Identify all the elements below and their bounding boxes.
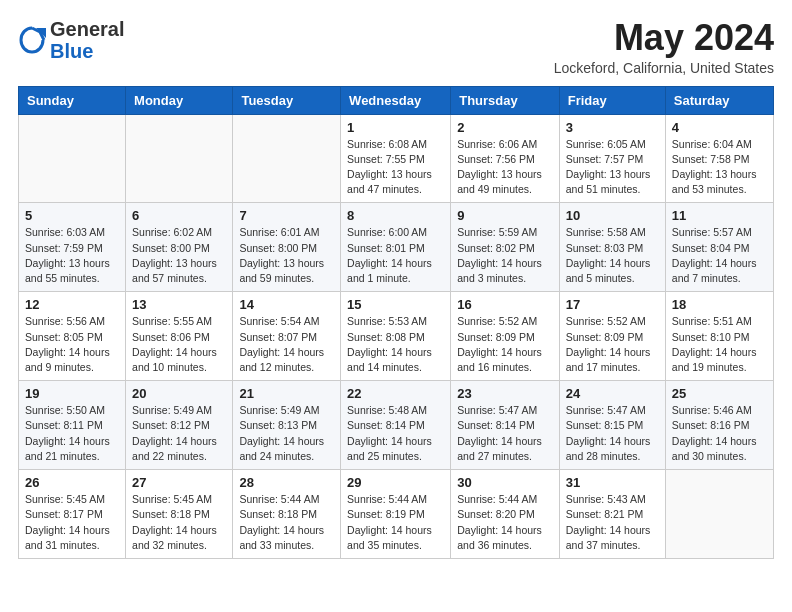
day-info: Sunrise: 6:05 AMSunset: 7:57 PMDaylight:… xyxy=(566,137,659,198)
day-number: 1 xyxy=(347,120,444,135)
calendar-day-cell xyxy=(665,470,773,559)
calendar-day-cell: 21Sunrise: 5:49 AMSunset: 8:13 PMDayligh… xyxy=(233,381,341,470)
day-info: Sunrise: 5:46 AMSunset: 8:16 PMDaylight:… xyxy=(672,403,767,464)
calendar-day-cell: 7Sunrise: 6:01 AMSunset: 8:00 PMDaylight… xyxy=(233,203,341,292)
calendar-day-cell: 5Sunrise: 6:03 AMSunset: 7:59 PMDaylight… xyxy=(19,203,126,292)
day-info: Sunrise: 6:08 AMSunset: 7:55 PMDaylight:… xyxy=(347,137,444,198)
day-number: 24 xyxy=(566,386,659,401)
weekday-header: Thursday xyxy=(451,86,559,114)
calendar-day-cell: 11Sunrise: 5:57 AMSunset: 8:04 PMDayligh… xyxy=(665,203,773,292)
weekday-header: Saturday xyxy=(665,86,773,114)
day-info: Sunrise: 5:52 AMSunset: 8:09 PMDaylight:… xyxy=(566,314,659,375)
day-number: 5 xyxy=(25,208,119,223)
day-info: Sunrise: 5:44 AMSunset: 8:19 PMDaylight:… xyxy=(347,492,444,553)
calendar-day-cell xyxy=(126,114,233,203)
day-number: 8 xyxy=(347,208,444,223)
calendar-day-cell: 13Sunrise: 5:55 AMSunset: 8:06 PMDayligh… xyxy=(126,292,233,381)
day-number: 10 xyxy=(566,208,659,223)
day-number: 17 xyxy=(566,297,659,312)
day-number: 6 xyxy=(132,208,226,223)
day-number: 21 xyxy=(239,386,334,401)
day-number: 26 xyxy=(25,475,119,490)
calendar-day-cell: 24Sunrise: 5:47 AMSunset: 8:15 PMDayligh… xyxy=(559,381,665,470)
day-number: 9 xyxy=(457,208,552,223)
calendar-week-row: 12Sunrise: 5:56 AMSunset: 8:05 PMDayligh… xyxy=(19,292,774,381)
calendar-day-cell: 6Sunrise: 6:02 AMSunset: 8:00 PMDaylight… xyxy=(126,203,233,292)
day-info: Sunrise: 5:44 AMSunset: 8:18 PMDaylight:… xyxy=(239,492,334,553)
page: General Blue May 2024 Lockeford, Califor… xyxy=(0,0,792,577)
calendar-week-row: 1Sunrise: 6:08 AMSunset: 7:55 PMDaylight… xyxy=(19,114,774,203)
weekday-header: Wednesday xyxy=(341,86,451,114)
calendar-day-cell: 27Sunrise: 5:45 AMSunset: 8:18 PMDayligh… xyxy=(126,470,233,559)
day-info: Sunrise: 5:59 AMSunset: 8:02 PMDaylight:… xyxy=(457,225,552,286)
header: General Blue May 2024 Lockeford, Califor… xyxy=(18,18,774,76)
day-info: Sunrise: 5:50 AMSunset: 8:11 PMDaylight:… xyxy=(25,403,119,464)
day-number: 29 xyxy=(347,475,444,490)
calendar-day-cell: 30Sunrise: 5:44 AMSunset: 8:20 PMDayligh… xyxy=(451,470,559,559)
weekday-header: Monday xyxy=(126,86,233,114)
calendar-day-cell: 14Sunrise: 5:54 AMSunset: 8:07 PMDayligh… xyxy=(233,292,341,381)
calendar-day-cell: 2Sunrise: 6:06 AMSunset: 7:56 PMDaylight… xyxy=(451,114,559,203)
day-info: Sunrise: 5:47 AMSunset: 8:14 PMDaylight:… xyxy=(457,403,552,464)
day-number: 2 xyxy=(457,120,552,135)
calendar-day-cell: 18Sunrise: 5:51 AMSunset: 8:10 PMDayligh… xyxy=(665,292,773,381)
day-number: 13 xyxy=(132,297,226,312)
calendar-day-cell: 28Sunrise: 5:44 AMSunset: 8:18 PMDayligh… xyxy=(233,470,341,559)
day-number: 30 xyxy=(457,475,552,490)
day-info: Sunrise: 6:03 AMSunset: 7:59 PMDaylight:… xyxy=(25,225,119,286)
calendar-day-cell: 25Sunrise: 5:46 AMSunset: 8:16 PMDayligh… xyxy=(665,381,773,470)
day-number: 7 xyxy=(239,208,334,223)
day-info: Sunrise: 6:00 AMSunset: 8:01 PMDaylight:… xyxy=(347,225,444,286)
day-number: 3 xyxy=(566,120,659,135)
day-info: Sunrise: 6:04 AMSunset: 7:58 PMDaylight:… xyxy=(672,137,767,198)
calendar-day-cell: 19Sunrise: 5:50 AMSunset: 8:11 PMDayligh… xyxy=(19,381,126,470)
location: Lockeford, California, United States xyxy=(554,60,774,76)
day-info: Sunrise: 5:58 AMSunset: 8:03 PMDaylight:… xyxy=(566,225,659,286)
day-number: 31 xyxy=(566,475,659,490)
calendar-day-cell: 4Sunrise: 6:04 AMSunset: 7:58 PMDaylight… xyxy=(665,114,773,203)
day-info: Sunrise: 5:45 AMSunset: 8:18 PMDaylight:… xyxy=(132,492,226,553)
logo: General Blue xyxy=(18,18,124,62)
title-block: May 2024 Lockeford, California, United S… xyxy=(554,18,774,76)
day-number: 23 xyxy=(457,386,552,401)
calendar-day-cell: 10Sunrise: 5:58 AMSunset: 8:03 PMDayligh… xyxy=(559,203,665,292)
weekday-header: Tuesday xyxy=(233,86,341,114)
calendar-day-cell: 20Sunrise: 5:49 AMSunset: 8:12 PMDayligh… xyxy=(126,381,233,470)
month-title: May 2024 xyxy=(554,18,774,58)
day-info: Sunrise: 5:57 AMSunset: 8:04 PMDaylight:… xyxy=(672,225,767,286)
day-info: Sunrise: 5:43 AMSunset: 8:21 PMDaylight:… xyxy=(566,492,659,553)
day-info: Sunrise: 5:44 AMSunset: 8:20 PMDaylight:… xyxy=(457,492,552,553)
day-info: Sunrise: 5:55 AMSunset: 8:06 PMDaylight:… xyxy=(132,314,226,375)
day-number: 22 xyxy=(347,386,444,401)
calendar-day-cell xyxy=(233,114,341,203)
calendar-week-row: 19Sunrise: 5:50 AMSunset: 8:11 PMDayligh… xyxy=(19,381,774,470)
day-info: Sunrise: 6:02 AMSunset: 8:00 PMDaylight:… xyxy=(132,225,226,286)
calendar-day-cell: 1Sunrise: 6:08 AMSunset: 7:55 PMDaylight… xyxy=(341,114,451,203)
day-info: Sunrise: 5:54 AMSunset: 8:07 PMDaylight:… xyxy=(239,314,334,375)
day-info: Sunrise: 6:06 AMSunset: 7:56 PMDaylight:… xyxy=(457,137,552,198)
day-info: Sunrise: 6:01 AMSunset: 8:00 PMDaylight:… xyxy=(239,225,334,286)
calendar-table: SundayMondayTuesdayWednesdayThursdayFrid… xyxy=(18,86,774,559)
day-info: Sunrise: 5:52 AMSunset: 8:09 PMDaylight:… xyxy=(457,314,552,375)
day-number: 25 xyxy=(672,386,767,401)
calendar-week-row: 26Sunrise: 5:45 AMSunset: 8:17 PMDayligh… xyxy=(19,470,774,559)
calendar-day-cell: 17Sunrise: 5:52 AMSunset: 8:09 PMDayligh… xyxy=(559,292,665,381)
day-number: 11 xyxy=(672,208,767,223)
calendar-day-cell: 15Sunrise: 5:53 AMSunset: 8:08 PMDayligh… xyxy=(341,292,451,381)
calendar-day-cell: 16Sunrise: 5:52 AMSunset: 8:09 PMDayligh… xyxy=(451,292,559,381)
day-info: Sunrise: 5:56 AMSunset: 8:05 PMDaylight:… xyxy=(25,314,119,375)
calendar-week-row: 5Sunrise: 6:03 AMSunset: 7:59 PMDaylight… xyxy=(19,203,774,292)
day-info: Sunrise: 5:47 AMSunset: 8:15 PMDaylight:… xyxy=(566,403,659,464)
calendar-day-cell: 12Sunrise: 5:56 AMSunset: 8:05 PMDayligh… xyxy=(19,292,126,381)
day-number: 18 xyxy=(672,297,767,312)
calendar-day-cell: 22Sunrise: 5:48 AMSunset: 8:14 PMDayligh… xyxy=(341,381,451,470)
logo-blue: Blue xyxy=(50,40,93,62)
logo-general: General xyxy=(50,18,124,40)
weekday-header: Friday xyxy=(559,86,665,114)
day-info: Sunrise: 5:45 AMSunset: 8:17 PMDaylight:… xyxy=(25,492,119,553)
calendar-day-cell: 3Sunrise: 6:05 AMSunset: 7:57 PMDaylight… xyxy=(559,114,665,203)
calendar-day-cell: 8Sunrise: 6:00 AMSunset: 8:01 PMDaylight… xyxy=(341,203,451,292)
calendar-day-cell xyxy=(19,114,126,203)
day-number: 28 xyxy=(239,475,334,490)
logo-icon xyxy=(18,26,46,54)
